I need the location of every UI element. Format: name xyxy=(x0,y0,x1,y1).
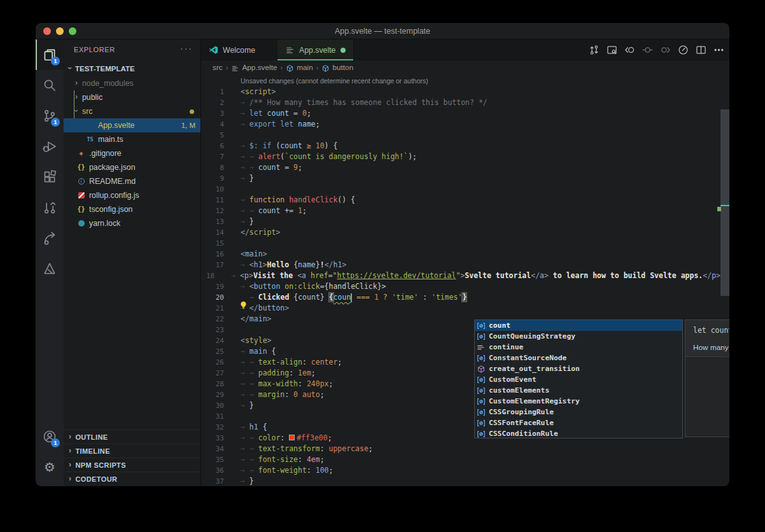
code-line-36[interactable]: 36→ → font-weight: 100; xyxy=(201,465,720,476)
tab-welcome[interactable]: Welcome xyxy=(201,39,277,60)
file-row-rollup-config-js[interactable]: rollup.config.js xyxy=(64,188,200,202)
line-number: 2 xyxy=(201,97,224,108)
line-number: 6 xyxy=(201,141,224,151)
tour-stop-icon[interactable] xyxy=(642,45,653,55)
line-content xyxy=(224,130,241,141)
file-row-readme-md[interactable]: iREADME.md xyxy=(64,174,200,188)
suggest-item-continue[interactable]: continue xyxy=(475,342,682,353)
code-line-8[interactable]: 8→ → count = 9; xyxy=(201,162,720,173)
line-number: 12 xyxy=(201,206,224,216)
code-line-9[interactable]: 9→ } xyxy=(201,173,720,184)
code-line-18[interactable]: 18→ <p>Visit the <a href="https://svelte… xyxy=(201,270,720,281)
code-line-6[interactable]: 6→ $: if (count ≥ 10) { xyxy=(201,141,720,151)
code-line-5[interactable]: 5 xyxy=(201,130,720,141)
open-preview-icon[interactable] xyxy=(607,45,617,55)
code-line-4[interactable]: 4→ export let name; xyxy=(201,119,720,130)
badge: 1 xyxy=(51,438,60,447)
symbol-variable-icon xyxy=(477,430,486,438)
suggest-item-customelements[interactable]: customElements xyxy=(475,385,682,396)
tour-back-icon[interactable] xyxy=(624,45,635,55)
suggest-item-constantsourcenode[interactable]: ConstantSourceNode xyxy=(475,353,682,363)
live-share-icon[interactable] xyxy=(36,223,64,253)
suggest-item-cssconditionrule[interactable]: CSSConditionRule xyxy=(475,428,682,439)
line-content: → → font-size: 4em; xyxy=(224,454,325,465)
section-header-codetour[interactable]: ›CODETOUR xyxy=(64,472,200,486)
code-line-21[interactable]: 21→ </button> xyxy=(201,303,720,314)
source-control-icon[interactable]: 1 xyxy=(36,101,64,131)
vscode-icon xyxy=(209,45,218,55)
code-line-1[interactable]: 1<script> xyxy=(201,87,720,97)
breadcrumb-item-app-svelte[interactable]: App.svelte xyxy=(231,63,277,72)
file-label: main.ts xyxy=(98,132,123,146)
folder-row-public[interactable]: ›public xyxy=(64,90,200,104)
code-line-13[interactable]: 13→ } xyxy=(201,216,720,227)
breadcrumb-item-button[interactable]: button xyxy=(321,63,353,72)
explorer-icon[interactable]: 1 xyxy=(36,39,64,70)
breadcrumb-item-main[interactable]: main xyxy=(286,63,313,72)
suggest-item-cssgroupingrule[interactable]: CSSGroupingRule xyxy=(475,407,682,417)
code-line-37[interactable]: 37→ } xyxy=(201,476,720,486)
code-line-11[interactable]: 11→ function handleClick() { xyxy=(201,195,720,206)
project-root-label: TEST-TEMPLATE xyxy=(75,65,135,73)
search-icon[interactable] xyxy=(36,70,64,101)
code-line-14[interactable]: 14</script> xyxy=(201,227,720,238)
file-row-app-svelte[interactable]: App.svelte1, M xyxy=(64,118,200,132)
tour-next-icon[interactable] xyxy=(660,45,671,55)
code-line-15[interactable]: 15 xyxy=(201,238,720,249)
more-actions-icon[interactable]: ··· xyxy=(180,43,193,53)
code-line-7[interactable]: 7→ → alert(`count is dangerously high!`)… xyxy=(201,151,720,162)
run-debug-icon[interactable] xyxy=(36,131,64,162)
settings-icon[interactable]: ⚙ xyxy=(36,452,64,482)
file-row-yarn-lock[interactable]: yarn.lock xyxy=(64,216,200,230)
line-number: 5 xyxy=(201,130,224,141)
split-editor-icon[interactable] xyxy=(696,45,706,55)
suggest-item-cssfontfacerule[interactable]: CSSFontFaceRule xyxy=(475,417,682,428)
section-header-timeline[interactable]: ›TIMELINE xyxy=(64,444,200,458)
file-row--gitignore[interactable]: ◆.gitignore xyxy=(64,146,200,160)
section-header-npm-scripts[interactable]: ›NPM SCRIPTS xyxy=(64,458,200,472)
code-line-16[interactable]: 16<main> xyxy=(201,249,720,260)
accounts-icon[interactable]: 1 xyxy=(36,421,64,452)
suggest-item-customevent[interactable]: CustomEvent xyxy=(475,374,682,385)
tab-app-svelte[interactable]: App.svelte xyxy=(277,39,354,60)
file-row-tsconfig-json[interactable]: {}tsconfig.json xyxy=(64,202,200,216)
line-content: → <h1>Hello {name}!</h1> xyxy=(224,260,346,270)
run-tour-icon[interactable] xyxy=(678,45,689,55)
suggest-item-create_out_transition[interactable]: create_out_transition xyxy=(475,363,682,374)
breadcrumb-item-src[interactable]: src xyxy=(213,63,223,72)
folder-row-src[interactable]: ›src xyxy=(64,104,200,118)
extensions-icon[interactable] xyxy=(36,162,64,192)
scrollbar[interactable] xyxy=(720,109,729,296)
code-line-34[interactable]: 34→ → text-transform: uppercase; xyxy=(201,444,720,454)
suggest-item-customelementregistry[interactable]: CustomElementRegistry xyxy=(475,396,682,407)
folder-row-node-modules[interactable]: ›node_modules xyxy=(64,76,200,90)
codelens-label[interactable]: Unsaved changes (cannot determine recent… xyxy=(241,77,428,85)
code-line-12[interactable]: 12→ → count += 1; xyxy=(201,206,720,216)
line-content: → → padding: 1em; xyxy=(224,368,316,379)
section-header-outline[interactable]: ›OUTLINE xyxy=(64,430,200,444)
suggest-item-count[interactable]: count xyxy=(475,320,682,331)
file-row-package-json[interactable]: {}package.json xyxy=(64,160,200,174)
code-line-35[interactable]: 35→ → font-size: 4em; xyxy=(201,454,720,465)
more-actions-icon[interactable] xyxy=(713,45,724,55)
line-number: 21 xyxy=(201,303,224,314)
chevron-right-icon: › xyxy=(73,76,80,90)
code-line-2[interactable]: 2→ /** How many times has someone clicke… xyxy=(201,97,720,108)
project-root-row[interactable]: ›TEST-TEMPLATE xyxy=(64,61,200,76)
code-line-3[interactable]: 3→ let count = 0; xyxy=(201,108,720,119)
code-line-10[interactable]: 10 xyxy=(201,184,720,195)
code-line-20[interactable]: 20→ Clicked {count} {coun === 1 ? 'time'… xyxy=(201,292,720,303)
modified-badge: 1, M xyxy=(181,118,195,132)
file-row-main-ts[interactable]: TSmain.ts xyxy=(64,132,200,146)
suggest-item-countqueuingstrategy[interactable]: CountQueuingStrategy xyxy=(475,331,682,342)
code-line-17[interactable]: 17→ <h1>Hello {name}!</h1> xyxy=(201,260,720,270)
line-number: 20 xyxy=(201,292,224,303)
github-pull-requests-icon[interactable] xyxy=(36,192,64,223)
line-content: → function handleClick() { xyxy=(224,195,355,206)
file-label: package.json xyxy=(89,160,135,174)
code-line-19[interactable]: 19→ <button on:click={handleClick}> xyxy=(201,281,720,292)
suggest-widget: countCountQueuingStrategycontinueConstan… xyxy=(474,319,683,438)
azure-icon[interactable] xyxy=(36,253,64,284)
line-content: → $: if (count ≥ 10) { xyxy=(224,141,337,151)
open-changes-icon[interactable] xyxy=(589,45,600,55)
